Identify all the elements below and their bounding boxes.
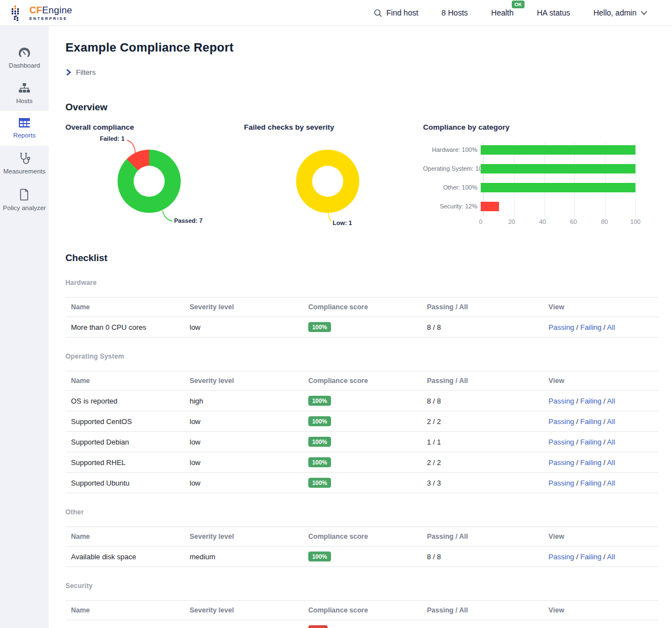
cfengine-logo-icon [11,4,26,21]
overview-heading: Overview [65,102,659,113]
col-view: View [543,298,659,317]
view-passing-link[interactable]: Passing [548,626,574,628]
table-header-row: Name Severity level Compliance score Pas… [65,601,659,620]
view-all-link[interactable]: All [607,417,615,426]
severity-level: low [184,411,303,432]
page-title: Example Compliance Report [65,40,659,55]
search-icon [373,8,383,18]
view-passing-link[interactable]: Passing [548,417,574,426]
category-hardware: Hardware [65,279,659,287]
compliance-score-badge: 100% [308,552,331,561]
view-all-link[interactable]: All [607,458,615,467]
col-score: Compliance score [303,298,421,317]
sidebar: Dashboard Hosts Reports Measurements [0,26,49,628]
bar-operating-system[interactable] [481,164,635,173]
view-failing-link[interactable]: Failing [580,479,601,487]
view-passing-link[interactable]: Passing [548,397,574,405]
check-name: OS is reported [65,391,184,411]
col-name: Name [65,601,184,620]
category-other: Other [65,508,659,516]
filters-label: Filters [76,68,95,76]
view-passing-link[interactable]: Passing [548,479,574,487]
reports-icon [18,118,30,128]
view-failing-link[interactable]: Failing [580,553,601,561]
dashboard-icon [18,47,30,58]
leader-line-passed [159,207,175,224]
sidebar-item-reports[interactable]: Reports [0,111,49,146]
check-name: Supported CentOS [65,411,184,432]
bar-other[interactable] [481,183,635,192]
view-failing-link[interactable]: Failing [580,626,601,628]
view-all-link[interactable]: All [607,438,615,446]
bar-security[interactable] [481,202,499,211]
chart-title: Overall compliance [65,123,244,131]
view-passing-link[interactable]: Passing [548,438,574,446]
view-all-link[interactable]: All [607,323,615,331]
chart-title: Failed checks by severity [244,123,423,131]
category-security: Security [65,582,659,590]
main-content: Example Compliance Report Filters Overvi… [49,26,672,628]
sidebar-item-measurements[interactable]: Measurements [0,146,49,182]
severity-level: low [184,432,303,452]
view-passing-link[interactable]: Passing [548,323,574,331]
passing-all-value: 2 / 2 [421,411,543,432]
view-links: Passing / Failing / All [543,547,659,567]
col-passing: Passing / All [421,601,543,620]
donut-label-failed: Failed: 1 [100,135,125,142]
failed-checks-donut[interactable] [296,150,359,213]
view-all-link[interactable]: All [607,626,615,628]
view-all-link[interactable]: All [607,397,615,405]
brand-name: CFEngine [29,6,72,15]
table-row: Supported Ubuntu low 100% 3 / 3 Passing … [65,473,659,493]
col-view: View [543,371,659,391]
security-table: Name Severity level Compliance score Pas… [65,600,659,628]
view-passing-link[interactable]: Passing [548,553,574,561]
view-links: Passing / Failing / All [543,473,659,493]
view-failing-link[interactable]: Failing [580,397,601,405]
view-links: Passing / Failing / All [543,391,659,411]
view-passing-link[interactable]: Passing [548,458,574,467]
bar-label: Other: 100% [423,184,481,191]
view-all-link[interactable]: All [607,479,615,487]
failed-checks-chart: Failed checks by severity Low: 1 [244,123,423,238]
view-all-link[interactable]: All [607,553,615,561]
top-header: CFEngine ENTERPRISE Find host 8 Hosts He… [0,0,672,26]
leader-line-failed [125,139,140,162]
health-status[interactable]: Health OK [491,8,513,17]
col-name: Name [65,527,184,547]
cfengine-logo[interactable]: CFEngine ENTERPRISE [11,4,72,21]
severity-level: low [184,473,303,493]
view-failing-link[interactable]: Failing [580,417,601,426]
sidebar-item-hosts[interactable]: Hosts [0,76,49,111]
sidebar-item-dashboard[interactable]: Dashboard [0,40,49,76]
other-table: Name Severity level Compliance score Pas… [65,527,659,567]
category-bar-chart: Hardware: 100% Operating System: 100% Ot… [423,140,652,228]
col-view: View [543,527,659,547]
check-name: Supported Ubuntu [65,473,184,493]
check-name: Supported Debian [65,432,184,452]
view-failing-link[interactable]: Failing [580,458,601,467]
table-row: Packages should be updated low 12% 1 / 8… [65,620,659,628]
check-name: Available disk space [65,547,184,567]
table-row: More than 0 CPU cores low 100% 8 / 8 Pas… [65,317,659,338]
view-failing-link[interactable]: Failing [580,438,601,446]
hardware-table: Name Severity level Compliance score Pas… [65,297,659,338]
chart-title: Compliance by category [423,123,652,131]
checklist-heading: Checklist [65,253,659,264]
find-host[interactable]: Find host [373,8,419,18]
bar-hardware[interactable] [481,145,635,155]
col-view: View [543,601,659,620]
col-severity: Severity level [184,527,303,547]
hosts-count[interactable]: 8 Hosts [441,8,467,17]
bar-row-operating-system: Operating System: 100% [423,159,652,178]
view-links: Passing / Failing / All [543,411,659,432]
user-menu[interactable]: Hello, admin [593,8,648,17]
col-passing: Passing / All [421,371,543,391]
ha-status[interactable]: HA status [537,8,570,17]
view-failing-link[interactable]: Failing [580,323,601,331]
user-greeting: Hello, admin [593,8,637,17]
filters-toggle[interactable]: Filters [65,68,659,76]
sidebar-item-policy-analyzer[interactable]: Policy analyzer [0,182,49,218]
table-row: Available disk space medium 100% 8 / 8 P… [65,547,659,567]
bar-label: Hardware: 100% [423,146,481,153]
